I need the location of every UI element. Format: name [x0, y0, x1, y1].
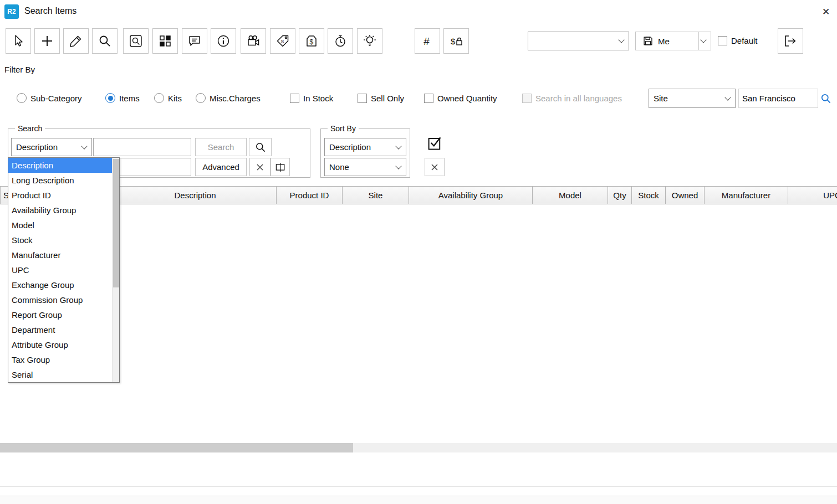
chevron-down-icon [618, 37, 624, 43]
radio-label: Sub-Category [30, 94, 82, 103]
radio-circle [196, 93, 206, 103]
suggest-button[interactable] [357, 28, 382, 54]
checkbox-sell-only[interactable]: Sell Only [358, 91, 404, 105]
checkbox-box [718, 36, 727, 45]
site-combobox-value: Site [654, 94, 668, 103]
x-icon [254, 162, 266, 173]
panel-icon [274, 161, 287, 173]
save-icon [642, 35, 654, 47]
sort-primary-combobox[interactable]: Description [324, 138, 406, 156]
dropdown-option[interactable]: Department [8, 322, 112, 337]
preset-combobox[interactable] [528, 32, 629, 50]
search-button[interactable]: Search [195, 138, 247, 156]
search-go-button[interactable] [249, 138, 272, 156]
price-lock-button[interactable]: $ [443, 28, 469, 54]
radio-kits[interactable]: Kits [154, 91, 182, 105]
column-header-site[interactable]: Site [342, 186, 409, 204]
dropdown-option[interactable]: Availability Group [8, 203, 112, 218]
clear-sort-button[interactable] [425, 158, 445, 176]
search-icon-blue [820, 92, 832, 105]
exit-icon [783, 34, 798, 48]
dropdown-option[interactable]: Serial [8, 367, 112, 382]
scrollbar-thumb[interactable] [0, 443, 353, 452]
chevron-down-icon [395, 143, 401, 149]
site-combobox[interactable]: Site [649, 89, 736, 108]
checkbox-box [290, 94, 299, 103]
sort-secondary-combobox[interactable]: None [324, 158, 406, 176]
dropdown-option[interactable]: Long Description [8, 173, 112, 188]
radio-label: Misc.Charges [210, 94, 261, 103]
dropdown-option-selected[interactable]: Description [8, 158, 112, 173]
exit-button[interactable] [778, 28, 803, 54]
me-split-button[interactable]: Me [635, 32, 711, 50]
results-table-header: S Description Product ID Site Availabili… [0, 186, 837, 204]
radio-label: Items [119, 94, 140, 103]
dropdown-option[interactable]: Stock [8, 233, 112, 248]
checkbox-owned-quantity[interactable]: Owned Quantity [424, 91, 497, 105]
svg-text:S: S [281, 39, 284, 44]
site-search-button[interactable] [819, 91, 833, 106]
radio-items[interactable]: Items [105, 91, 140, 105]
column-header-manufacturer[interactable]: Manufacturer [704, 186, 788, 204]
find-window-button[interactable] [123, 28, 149, 54]
column-header-model[interactable]: Model [532, 186, 608, 204]
search-field-value: Description [16, 142, 58, 152]
advanced-button[interactable]: Advanced [195, 158, 247, 176]
info-button[interactable] [211, 28, 236, 54]
dropdown-scrollbar[interactable] [112, 158, 119, 382]
me-dropdown-arrow[interactable] [698, 32, 711, 50]
select-checked-button[interactable] [425, 133, 445, 153]
search-field-combobox[interactable]: Description [11, 138, 92, 156]
clear-search-button[interactable] [249, 158, 271, 176]
hash-button[interactable]: # [415, 28, 440, 54]
dropdown-option[interactable]: Product ID [8, 188, 112, 203]
search-text-input[interactable] [93, 138, 191, 156]
scrollbar-thumb[interactable] [113, 159, 119, 287]
sort-secondary-value: None [329, 162, 349, 172]
radio-circle [154, 93, 164, 103]
site-search-input[interactable] [738, 89, 818, 108]
notes-button[interactable] [182, 28, 207, 54]
serial-tag-button[interactable]: S [270, 28, 295, 54]
add-icon [40, 34, 54, 48]
x-icon [429, 162, 440, 173]
radio-misc-charges[interactable]: Misc.Charges [196, 91, 261, 105]
lightbulb-icon [363, 34, 377, 48]
column-header-upc[interactable]: UPC [788, 186, 837, 204]
search-groupbox-legend: Search [15, 124, 45, 133]
horizontal-scrollbar[interactable] [0, 443, 837, 452]
checkbox-in-stock[interactable]: In Stock [290, 91, 333, 105]
grid-view-button[interactable] [152, 28, 178, 54]
default-checkbox[interactable]: Default [718, 34, 758, 47]
checkbox-box-disabled [522, 94, 532, 103]
dropdown-option[interactable]: Attribute Group [8, 337, 112, 352]
media-button[interactable] [241, 28, 266, 54]
dropdown-option[interactable]: Exchange Group [8, 277, 112, 292]
status-bar [0, 496, 837, 504]
dropdown-option[interactable]: Tax Group [8, 352, 112, 367]
add-button[interactable] [34, 28, 60, 54]
edit-button[interactable] [63, 28, 89, 54]
radio-sub-category[interactable]: Sub-Category [17, 91, 82, 105]
column-header-availability-group[interactable]: Availability Group [409, 186, 533, 204]
dropdown-option[interactable]: Manufacturer [8, 248, 112, 263]
chevron-down-icon [700, 37, 706, 43]
chevron-down-icon [81, 143, 87, 149]
chevron-down-icon [724, 94, 731, 100]
price-tag-button[interactable]: $ [299, 28, 324, 54]
column-header-product-id[interactable]: Product ID [276, 186, 343, 204]
column-header-stock[interactable]: Stock [631, 186, 666, 204]
dropdown-option[interactable]: Report Group [8, 307, 112, 322]
column-header-qty[interactable]: Qty [608, 186, 632, 204]
close-icon[interactable]: ✕ [819, 4, 833, 19]
select-tool-button[interactable] [6, 28, 31, 54]
expand-panel-button[interactable] [271, 158, 290, 176]
find-button[interactable] [92, 28, 118, 54]
dropdown-option[interactable]: Commission Group [8, 292, 112, 307]
dropdown-option[interactable]: Model [8, 218, 112, 233]
column-header-owned[interactable]: Owned [665, 186, 705, 204]
timer-button[interactable] [328, 28, 353, 54]
checked-box-icon [426, 135, 443, 151]
dropdown-option[interactable]: UPC [8, 263, 112, 277]
column-header-description[interactable]: Description [114, 186, 277, 204]
